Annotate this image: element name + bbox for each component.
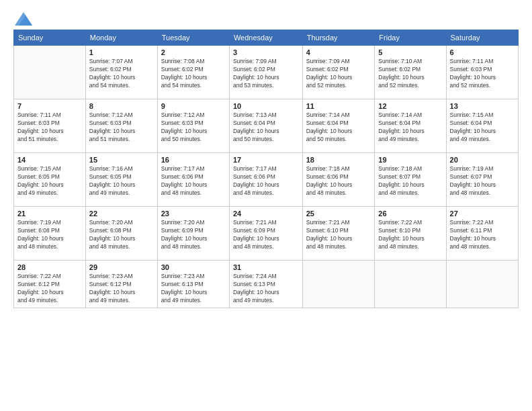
calendar-cell: 23Sunrise: 7:20 AM Sunset: 6:09 PM Dayli… xyxy=(157,207,229,261)
calendar-cell: 19Sunrise: 7:18 AM Sunset: 6:07 PM Dayli… xyxy=(375,153,446,207)
day-number: 10 xyxy=(233,102,299,110)
day-number: 21 xyxy=(17,210,82,218)
day-number: 22 xyxy=(89,210,154,218)
day-number: 18 xyxy=(306,156,371,164)
day-info: Sunrise: 7:24 AM Sunset: 6:13 PM Dayligh… xyxy=(233,273,299,305)
calendar-cell: 1Sunrise: 7:07 AM Sunset: 6:02 PM Daylig… xyxy=(85,46,157,99)
logo-icon xyxy=(15,12,32,26)
day-number: 28 xyxy=(17,263,82,271)
day-info: Sunrise: 7:11 AM Sunset: 6:03 PM Dayligh… xyxy=(17,111,82,144)
day-info: Sunrise: 7:07 AM Sunset: 6:02 PM Dayligh… xyxy=(89,58,154,90)
calendar-week-3: 14Sunrise: 7:15 AM Sunset: 6:05 PM Dayli… xyxy=(14,153,519,207)
day-number: 31 xyxy=(233,263,299,271)
day-number: 23 xyxy=(161,210,226,218)
day-info: Sunrise: 7:12 AM Sunset: 6:03 PM Dayligh… xyxy=(161,111,226,144)
calendar-cell: 21Sunrise: 7:19 AM Sunset: 6:08 PM Dayli… xyxy=(14,207,86,261)
calendar-cell: 2Sunrise: 7:08 AM Sunset: 6:02 PM Daylig… xyxy=(157,46,229,99)
calendar-cell: 4Sunrise: 7:09 AM Sunset: 6:02 PM Daylig… xyxy=(302,46,375,99)
day-info: Sunrise: 7:17 AM Sunset: 6:06 PM Dayligh… xyxy=(233,165,299,197)
day-number: 12 xyxy=(378,102,442,110)
calendar-cell: 10Sunrise: 7:13 AM Sunset: 6:04 PM Dayli… xyxy=(229,99,302,153)
calendar-week-1: 1Sunrise: 7:07 AM Sunset: 6:02 PM Daylig… xyxy=(14,46,519,99)
col-header-sunday: Sunday xyxy=(14,30,86,46)
day-number: 17 xyxy=(233,156,299,164)
calendar-cell: 25Sunrise: 7:21 AM Sunset: 6:10 PM Dayli… xyxy=(302,207,375,261)
day-info: Sunrise: 7:21 AM Sunset: 6:10 PM Dayligh… xyxy=(306,219,371,251)
day-number: 30 xyxy=(161,263,226,271)
day-number: 7 xyxy=(17,102,82,110)
day-info: Sunrise: 7:19 AM Sunset: 6:08 PM Dayligh… xyxy=(17,219,82,251)
col-header-monday: Monday xyxy=(85,30,157,46)
day-number: 2 xyxy=(161,48,226,56)
day-info: Sunrise: 7:22 AM Sunset: 6:10 PM Dayligh… xyxy=(378,219,442,251)
day-number: 19 xyxy=(378,156,442,164)
calendar-cell: 18Sunrise: 7:18 AM Sunset: 6:06 PM Dayli… xyxy=(302,153,375,207)
day-number: 16 xyxy=(161,156,226,164)
calendar-table: SundayMondayTuesdayWednesdayThursdayFrid… xyxy=(13,30,519,308)
calendar-cell xyxy=(375,261,446,308)
day-info: Sunrise: 7:10 AM Sunset: 6:02 PM Dayligh… xyxy=(378,58,442,90)
col-header-tuesday: Tuesday xyxy=(157,30,229,46)
day-info: Sunrise: 7:15 AM Sunset: 6:04 PM Dayligh… xyxy=(450,111,515,144)
day-number: 3 xyxy=(233,48,299,56)
day-number: 27 xyxy=(450,210,515,218)
day-number: 14 xyxy=(17,156,82,164)
day-number: 11 xyxy=(306,102,371,110)
day-number: 6 xyxy=(450,48,515,56)
calendar-cell: 22Sunrise: 7:20 AM Sunset: 6:08 PM Dayli… xyxy=(85,207,157,261)
day-info: Sunrise: 7:15 AM Sunset: 6:05 PM Dayligh… xyxy=(17,165,82,197)
calendar-cell: 15Sunrise: 7:16 AM Sunset: 6:05 PM Dayli… xyxy=(85,153,157,207)
calendar-cell: 31Sunrise: 7:24 AM Sunset: 6:13 PM Dayli… xyxy=(229,261,302,308)
day-info: Sunrise: 7:20 AM Sunset: 6:08 PM Dayligh… xyxy=(89,219,154,251)
calendar-cell xyxy=(14,46,86,99)
calendar-cell: 28Sunrise: 7:22 AM Sunset: 6:12 PM Dayli… xyxy=(14,261,86,308)
calendar-week-5: 28Sunrise: 7:22 AM Sunset: 6:12 PM Dayli… xyxy=(14,261,519,308)
calendar-week-4: 21Sunrise: 7:19 AM Sunset: 6:08 PM Dayli… xyxy=(14,207,519,261)
calendar-cell: 6Sunrise: 7:11 AM Sunset: 6:03 PM Daylig… xyxy=(446,46,518,99)
day-number: 20 xyxy=(450,156,515,164)
day-info: Sunrise: 7:14 AM Sunset: 6:04 PM Dayligh… xyxy=(306,111,371,144)
day-number: 25 xyxy=(306,210,371,218)
day-info: Sunrise: 7:22 AM Sunset: 6:11 PM Dayligh… xyxy=(450,219,515,251)
day-number: 4 xyxy=(306,48,371,56)
calendar-cell: 26Sunrise: 7:22 AM Sunset: 6:10 PM Dayli… xyxy=(375,207,446,261)
calendar-cell xyxy=(446,261,518,308)
day-info: Sunrise: 7:14 AM Sunset: 6:04 PM Dayligh… xyxy=(378,111,442,144)
calendar-cell: 7Sunrise: 7:11 AM Sunset: 6:03 PM Daylig… xyxy=(14,99,86,153)
day-info: Sunrise: 7:11 AM Sunset: 6:03 PM Dayligh… xyxy=(450,58,515,90)
day-info: Sunrise: 7:13 AM Sunset: 6:04 PM Dayligh… xyxy=(233,111,299,144)
calendar-cell: 29Sunrise: 7:23 AM Sunset: 6:12 PM Dayli… xyxy=(85,261,157,308)
page: SundayMondayTuesdayWednesdayThursdayFrid… xyxy=(0,0,532,411)
col-header-saturday: Saturday xyxy=(446,30,518,46)
day-number: 29 xyxy=(89,263,154,271)
day-number: 5 xyxy=(378,48,442,56)
logo xyxy=(13,12,32,23)
day-number: 1 xyxy=(89,48,154,56)
calendar-cell: 3Sunrise: 7:09 AM Sunset: 6:02 PM Daylig… xyxy=(229,46,302,99)
day-info: Sunrise: 7:23 AM Sunset: 6:12 PM Dayligh… xyxy=(89,273,154,305)
calendar-cell: 8Sunrise: 7:12 AM Sunset: 6:03 PM Daylig… xyxy=(85,99,157,153)
day-info: Sunrise: 7:19 AM Sunset: 6:07 PM Dayligh… xyxy=(450,165,515,197)
day-info: Sunrise: 7:22 AM Sunset: 6:12 PM Dayligh… xyxy=(17,273,82,305)
day-number: 15 xyxy=(89,156,154,164)
calendar-cell: 12Sunrise: 7:14 AM Sunset: 6:04 PM Dayli… xyxy=(375,99,446,153)
calendar-header-row: SundayMondayTuesdayWednesdayThursdayFrid… xyxy=(14,30,519,46)
calendar-cell: 9Sunrise: 7:12 AM Sunset: 6:03 PM Daylig… xyxy=(157,99,229,153)
calendar-cell: 13Sunrise: 7:15 AM Sunset: 6:04 PM Dayli… xyxy=(446,99,518,153)
calendar-cell: 11Sunrise: 7:14 AM Sunset: 6:04 PM Dayli… xyxy=(302,99,375,153)
header xyxy=(13,12,519,23)
day-info: Sunrise: 7:12 AM Sunset: 6:03 PM Dayligh… xyxy=(89,111,154,144)
col-header-wednesday: Wednesday xyxy=(229,30,302,46)
calendar-cell: 5Sunrise: 7:10 AM Sunset: 6:02 PM Daylig… xyxy=(375,46,446,99)
day-number: 9 xyxy=(161,102,226,110)
calendar-cell: 20Sunrise: 7:19 AM Sunset: 6:07 PM Dayli… xyxy=(446,153,518,207)
day-info: Sunrise: 7:16 AM Sunset: 6:05 PM Dayligh… xyxy=(89,165,154,197)
day-info: Sunrise: 7:18 AM Sunset: 6:07 PM Dayligh… xyxy=(378,165,442,197)
day-number: 26 xyxy=(378,210,442,218)
calendar-cell xyxy=(302,261,375,308)
day-info: Sunrise: 7:21 AM Sunset: 6:09 PM Dayligh… xyxy=(233,219,299,251)
day-info: Sunrise: 7:17 AM Sunset: 6:06 PM Dayligh… xyxy=(161,165,226,197)
calendar-cell: 16Sunrise: 7:17 AM Sunset: 6:06 PM Dayli… xyxy=(157,153,229,207)
col-header-friday: Friday xyxy=(375,30,446,46)
day-info: Sunrise: 7:23 AM Sunset: 6:13 PM Dayligh… xyxy=(161,273,226,305)
